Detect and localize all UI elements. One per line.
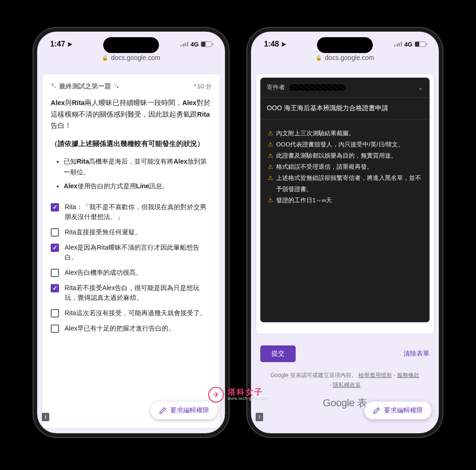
- status-time: 1:48: [264, 40, 279, 48]
- checkbox-icon[interactable]: [51, 228, 59, 237]
- footer-link-privacy[interactable]: 隱私權政策: [333, 382, 361, 388]
- question-title: ↖ 最終測試之第一題 ↘: [51, 82, 119, 91]
- warning-text: 內文附上三次測驗結果截圖。: [276, 128, 355, 139]
- fab-label: 要求編輯權限: [170, 406, 209, 415]
- left-content: ↖ 最終測試之第一題 ↘ *10 分 Alex與Rita兩人曖昧已持續曖昧一段時…: [42, 73, 220, 429]
- clear-form-link[interactable]: 清除表單: [403, 350, 430, 358]
- embed-card: 寄件者 ⌄ OOO 海王海后基本辨識能力合格證書申請 ⚠內文附上三次測驗結果截圖…: [256, 73, 434, 334]
- form-question-card: ↖ 最終測試之第一題 ↘ *10 分 Alex與Rita兩人曖昧已持續曖昧一段時…: [42, 73, 220, 429]
- network-label: 4G: [404, 41, 412, 48]
- option-row[interactable]: Alex是因為Rita曖昧不清的言行才因此暈船想告白。: [51, 243, 212, 262]
- warning-text: OOO代表證書頒發人，內只接受中/英/日/韓文。: [276, 139, 404, 150]
- info-tab[interactable]: i: [256, 413, 263, 421]
- location-icon: ➤: [281, 40, 286, 48]
- from-label: 寄件者: [267, 83, 285, 92]
- question-points: *10 分: [194, 82, 212, 91]
- submit-button[interactable]: 提交: [260, 345, 296, 362]
- warning-icon: ⚠: [268, 172, 273, 195]
- warning-icon: ⚠: [268, 150, 273, 161]
- location-icon: ➤: [67, 40, 73, 48]
- warning-text: 此證書及測驗都以娛樂為目的，無實質用途。: [276, 150, 397, 161]
- warning-icon: ⚠: [268, 161, 273, 172]
- phone-right: 1:48 ➤ 4G 🔒 docs.google.com 寄件者 ⌄ OOO 海王…: [247, 28, 443, 437]
- info-tab[interactable]: i: [42, 413, 49, 421]
- signal-icon: [394, 42, 402, 46]
- status-time: 1:47: [50, 40, 65, 48]
- network-label: 4G: [191, 41, 198, 48]
- footer-link-abuse[interactable]: 檢舉濫用情形: [358, 372, 392, 378]
- right-content: 寄件者 ⌄ OOO 海王海后基本辨識能力合格證書申請 ⚠內文附上三次測驗結果截圖…: [256, 73, 434, 429]
- chevron-down-icon[interactable]: ⌄: [418, 84, 423, 91]
- option-label: Alex告白機率的成功很高。: [65, 268, 142, 278]
- option-row[interactable]: Rita這次若沒有接受，可能再過幾天就會接受了。: [51, 308, 212, 318]
- warning-text: 發證的工作日1～∞天: [276, 195, 332, 206]
- email-subject: OOO 海王海后基本辨識能力合格證書申請: [260, 98, 430, 119]
- battery-icon: [415, 41, 426, 47]
- checkbox-icon[interactable]: [51, 244, 59, 252]
- option-label: Alex早已有十足的把握才進行告白的。: [65, 324, 175, 333]
- warning-icon: ⚠: [268, 139, 273, 150]
- option-row[interactable]: Rita若不接受Alex告白，很可能是因為只是想玩玩，覺得認真太過於麻煩。: [51, 283, 212, 303]
- url-text: docs.google.com: [111, 54, 160, 61]
- pencil-icon: [159, 407, 166, 414]
- email-body: ⚠內文附上三次測驗結果截圖。 ⚠OOO代表證書頒發人，內只接受中/英/日/韓文。…: [260, 119, 430, 322]
- signal-icon: [180, 42, 188, 46]
- lock-icon: 🔒: [316, 55, 322, 61]
- warning-text: 上述格式皆無錯誤卻頻繁寄信者，將進入黑名單，並不予頒發證書。: [276, 172, 422, 195]
- url-text: docs.google.com: [325, 54, 374, 61]
- email-preview: 寄件者 ⌄ OOO 海王海后基本辨識能力合格證書申請 ⚠內文附上三次測驗結果截圖…: [260, 78, 430, 323]
- form-actions: 提交 清除表單: [256, 342, 434, 369]
- checkbox-icon[interactable]: [51, 269, 59, 277]
- checkbox-icon[interactable]: [51, 284, 59, 292]
- option-label: Rita：「我不是不喜歡你，但我現在真的對於交男朋友沒什麼想法。」: [65, 202, 212, 222]
- phone-left: 1:47 ➤ 4G 🔒 docs.google.com ↖ 最終測試之第一題 ↘…: [33, 28, 229, 437]
- question-bullets: 已知Rita高機率是海后，並可能沒有將Alex放到第一順位。 Alex使用告白的…: [51, 156, 212, 192]
- request-edit-fab[interactable]: 要求編輯權限: [151, 402, 218, 419]
- option-row[interactable]: Rita直接接受無任何遲疑。: [51, 227, 212, 237]
- checkbox-icon[interactable]: [51, 309, 59, 318]
- warning-text: 格式錯誤不受理退信，請重複再發。: [276, 161, 373, 172]
- option-row[interactable]: Alex早已有十足的把握才進行告白的。: [51, 324, 212, 333]
- warning-icon: ⚠: [268, 128, 273, 139]
- option-label: Rita這次若沒有接受，可能再過幾天就會接受了。: [65, 308, 206, 318]
- checkbox-icon[interactable]: [51, 203, 59, 212]
- option-row[interactable]: Alex告白機率的成功很高。: [51, 268, 212, 278]
- question-scenario: Alex與Rita兩人曖昧已持續曖昧一段時間，Alex對於這樣模糊不清的關係感到…: [51, 97, 212, 132]
- options-group: Rita：「我不是不喜歡你，但我現在真的對於交男朋友沒什麼想法。」 Rita直接…: [51, 202, 212, 333]
- lock-icon: 🔒: [102, 55, 108, 61]
- question-instruction: （請依據上述關係選出幾種較有可能發生的狀況）: [51, 138, 212, 150]
- notch: [317, 37, 373, 53]
- pencil-icon: [373, 407, 380, 414]
- checkbox-icon[interactable]: [51, 324, 59, 333]
- redacted-sender: [290, 84, 345, 91]
- option-row[interactable]: Rita：「我不是不喜歡你，但我現在真的對於交男朋友沒什麼想法。」: [51, 202, 212, 222]
- notch: [103, 37, 159, 53]
- email-from-row[interactable]: 寄件者 ⌄: [260, 78, 430, 98]
- request-edit-fab[interactable]: 要求編輯權限: [364, 402, 431, 419]
- url-bar[interactable]: 🔒 docs.google.com: [37, 51, 225, 66]
- url-bar[interactable]: 🔒 docs.google.com: [251, 51, 439, 66]
- battery-icon: [201, 41, 212, 47]
- warning-icon: ⚠: [268, 195, 273, 206]
- fab-label: 要求編輯權限: [384, 406, 423, 415]
- option-label: Rita若不接受Alex告白，很可能是因為只是想玩玩，覺得認真太過於麻煩。: [65, 283, 212, 303]
- footer-link-tos[interactable]: 服務條款: [397, 372, 419, 378]
- option-label: Alex是因為Rita曖昧不清的言行才因此暈船想告白。: [65, 243, 212, 262]
- form-footer: Google 並未認可或建立這項內容。 檢舉濫用情形 - 服務條款 - 隱私權政…: [256, 369, 434, 394]
- option-label: Rita直接接受無任何遲疑。: [65, 227, 141, 237]
- bullet-item: Alex使用告白的方式是用Line訊息。: [64, 181, 212, 192]
- bullet-item: 已知Rita高機率是海后，並可能沒有將Alex放到第一順位。: [64, 156, 212, 179]
